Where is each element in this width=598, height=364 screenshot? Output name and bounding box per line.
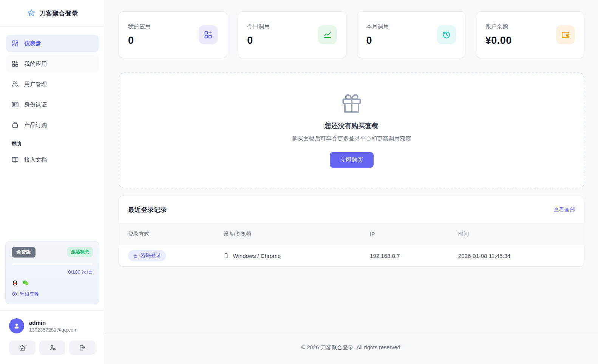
smartphone-icon	[223, 253, 229, 259]
users-icon	[11, 80, 19, 88]
upgrade-plan-label: 升级套餐	[20, 291, 39, 298]
stat-label: 今日调用	[247, 23, 270, 30]
sidebar-item-products[interactable]: 产品订购	[6, 116, 99, 134]
stat-cards-row: 我的应用 0 今日调用 0	[119, 11, 584, 58]
sidebar-item-user-management[interactable]: 用户管理	[6, 76, 99, 93]
device-label: Windows / Chrome	[233, 253, 281, 259]
sidebar-item-docs[interactable]: 接入文档	[6, 151, 99, 168]
stat-value: 0	[247, 35, 270, 46]
stat-card-balance: 账户余额 ¥0.00	[476, 11, 584, 58]
stat-card-month-calls: 本月调用 0	[357, 11, 465, 58]
account-settings-button[interactable]	[39, 341, 66, 355]
logout-button[interactable]	[69, 341, 96, 355]
quota-text: 0/100 次/日	[12, 269, 93, 276]
stat-value: ¥0.00	[485, 35, 512, 46]
stat-value: 0	[366, 35, 389, 46]
buy-now-button[interactable]: 立即购买	[330, 152, 374, 168]
home-button[interactable]	[9, 341, 36, 355]
copyright-text: © 2026 刀客聚合登录. All rights reserved.	[301, 344, 402, 350]
column-header-ip: IP	[361, 224, 449, 245]
plan-name-badge: 免费版	[12, 247, 36, 258]
trend-chart-icon	[318, 25, 337, 44]
stat-label: 我的应用	[128, 23, 151, 30]
logout-icon	[79, 344, 86, 351]
lock-icon	[133, 253, 138, 258]
sidebar-item-label: 产品订购	[24, 122, 47, 129]
home-icon	[19, 344, 26, 351]
column-header-method: 登录方式	[119, 224, 214, 245]
sidebar-item-dashboard[interactable]: 仪表盘	[6, 35, 99, 52]
login-method-badge: 密码登录	[128, 250, 166, 261]
star-logo-icon	[27, 9, 36, 18]
sidebar: 刀客聚合登录 仪表盘	[0, 0, 105, 364]
login-method-label: 密码登录	[141, 252, 161, 259]
clock-history-icon	[437, 25, 456, 44]
id-card-icon	[11, 101, 19, 108]
gift-icon	[341, 93, 362, 114]
app-window: 刀客聚合登录 仪表盘	[0, 0, 598, 364]
stat-value: 0	[128, 35, 151, 46]
sidebar-item-label: 身份认证	[24, 101, 47, 108]
column-header-device: 设备/浏览器	[214, 224, 361, 245]
recent-logins-card: 最近登录记录 查看全部 登录方式 设备/浏览器 IP 时间	[119, 196, 584, 267]
device-cell: Windows / Chrome	[223, 253, 352, 259]
stat-label: 账户余额	[485, 23, 512, 30]
user-name: admin	[29, 319, 77, 326]
stat-card-my-apps: 我的应用 0	[119, 11, 227, 58]
sidebar-section-help: 帮助	[6, 140, 99, 147]
table-row: 密码登录	[119, 245, 584, 267]
user-panel: admin 1302357281@qq.com	[0, 310, 105, 364]
ip-cell: 192.168.0.7	[361, 245, 449, 267]
stat-label: 本月调用	[366, 23, 389, 30]
avatar	[9, 318, 24, 333]
recent-logins-table: 登录方式 设备/浏览器 IP 时间	[119, 223, 584, 266]
plan-card: 免费版 激活状态 0/100 次/日	[5, 241, 99, 305]
wallet-icon	[556, 25, 575, 44]
grid-plus-icon	[199, 25, 218, 44]
empty-state-subtitle: 购买套餐后可享受更多登录平台和更高调用额度	[292, 135, 411, 142]
sidebar-nav: 仪表盘 我的应用	[0, 27, 105, 171]
footer: © 2026 刀客聚合登录. All rights reserved.	[105, 333, 598, 364]
sidebar-item-identity[interactable]: 身份认证	[6, 96, 99, 113]
upgrade-plan-link[interactable]: 升级套餐	[12, 291, 39, 298]
app-logo: 刀客聚合登录	[0, 0, 105, 27]
dashboard-content: 我的应用 0 今日调用 0	[105, 0, 598, 333]
sidebar-item-label: 用户管理	[24, 81, 47, 88]
sidebar-item-my-apps[interactable]: 我的应用	[6, 55, 99, 72]
sidebar-item-label: 接入文档	[24, 156, 47, 163]
no-plan-empty-state: 您还没有购买套餐 购买套餐后可享受更多登录平台和更高调用额度 立即购买	[119, 72, 584, 188]
stat-card-today-calls: 今日调用 0	[238, 11, 346, 58]
book-icon	[11, 156, 19, 163]
wechat-icon	[22, 279, 29, 286]
view-all-link[interactable]: 查看全部	[554, 207, 575, 213]
grid-plus-icon	[11, 60, 19, 68]
user-email: 1302357281@qq.com	[29, 327, 77, 333]
qq-icon	[12, 279, 18, 286]
time-cell: 2026-01-08 11:45:34	[449, 245, 584, 267]
plan-status-badge: 激活状态	[67, 247, 93, 257]
user-gear-icon	[49, 344, 56, 351]
app-title: 刀客聚合登录	[40, 9, 78, 18]
shopping-bag-icon	[11, 121, 19, 129]
main-area: 我的应用 0 今日调用 0	[105, 0, 598, 364]
empty-state-title: 您还没有购买套餐	[324, 121, 379, 130]
sidebar-item-label: 仪表盘	[24, 40, 41, 47]
quota-progress-bar	[12, 263, 93, 265]
recent-logins-title: 最近登录记录	[128, 205, 167, 214]
sidebar-item-label: 我的应用	[24, 60, 47, 68]
dashboard-grid-icon	[11, 40, 19, 47]
circle-up-arrow-icon	[12, 291, 17, 297]
column-header-time: 时间	[449, 224, 584, 245]
